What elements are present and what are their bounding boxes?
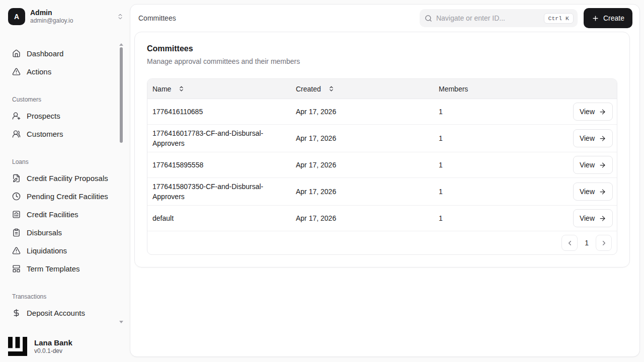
sidebar-item-label: Liquidations bbox=[27, 246, 67, 255]
users-icon bbox=[12, 130, 21, 138]
arrow-right-icon bbox=[599, 135, 606, 142]
page-title: Committees bbox=[147, 44, 617, 53]
user-plus-icon bbox=[12, 112, 21, 120]
committee-created: Apr 17, 2026 bbox=[296, 188, 439, 196]
column-header-name[interactable]: Name bbox=[152, 85, 171, 93]
scroll-down-arrow-icon[interactable] bbox=[119, 321, 123, 323]
column-header-created[interactable]: Created bbox=[296, 85, 321, 93]
section-label-customers: Customers bbox=[0, 96, 130, 104]
sidebar-item-actions[interactable]: Actions bbox=[0, 62, 130, 80]
sidebar-item-label: Dashboard bbox=[27, 49, 63, 58]
column-header-members: Members bbox=[439, 85, 468, 93]
table-row[interactable]: 1776415895558 Apr 17, 2026 1 View bbox=[147, 152, 617, 178]
sidebar-item-prospects[interactable]: Prospects bbox=[0, 107, 130, 125]
committee-members: 1 bbox=[439, 161, 556, 169]
layout-panels-icon bbox=[12, 264, 21, 273]
clipboard-icon bbox=[12, 228, 21, 237]
user-menu[interactable]: A Admin admin@galoy.io bbox=[8, 8, 124, 25]
sidebar-item-credit-facilities[interactable]: Credit Facilities bbox=[0, 205, 130, 223]
sidebar-scrollbar[interactable] bbox=[120, 43, 123, 46]
alert-triangle-icon bbox=[12, 246, 21, 255]
brand: Lana Bank v0.0.1-dev bbox=[8, 337, 72, 356]
sidebar-item-label: Disbursals bbox=[27, 228, 62, 237]
view-button[interactable]: View bbox=[573, 183, 613, 201]
page-description: Manage approval committees and their mem… bbox=[147, 57, 617, 65]
next-page-button[interactable] bbox=[596, 235, 612, 251]
sidebar-item-pending-credit-facilities[interactable]: Pending Credit Facilities bbox=[0, 187, 130, 205]
arrow-right-icon bbox=[599, 108, 606, 116]
sidebar-item-customers[interactable]: Customers bbox=[0, 125, 130, 143]
view-button[interactable]: View bbox=[573, 129, 613, 147]
sidebar-item-liquidations[interactable]: Liquidations bbox=[0, 241, 130, 259]
alert-triangle-icon bbox=[12, 67, 21, 76]
keyboard-shortcut-badge: Ctrl K bbox=[544, 13, 574, 24]
committees-table: Name Created Members 1776416110685 Apr 1… bbox=[147, 78, 617, 255]
committee-created: Apr 17, 2026 bbox=[296, 134, 439, 142]
main-panel: Committees Ctrl K Create Committees Mana… bbox=[130, 4, 640, 357]
chevrons-up-down-icon bbox=[117, 13, 124, 20]
view-button-label: View bbox=[580, 214, 595, 222]
sidebar-item-term-templates[interactable]: Term Templates bbox=[0, 259, 130, 278]
bank-icon bbox=[12, 210, 21, 219]
sidebar-item-label: Credit Facility Proposals bbox=[27, 174, 108, 183]
committee-members: 1 bbox=[439, 214, 556, 222]
arrow-right-icon bbox=[599, 161, 606, 169]
table-row[interactable]: 1776416017783-CF-and-Disbursal-Approvers… bbox=[147, 125, 617, 152]
committee-created: Apr 17, 2026 bbox=[296, 161, 439, 169]
scroll-up-arrow-icon[interactable] bbox=[119, 43, 123, 46]
committee-name: 1776415807350-CF-and-Disbursal-Approvers bbox=[147, 182, 296, 202]
sidebar-item-label: Customers bbox=[27, 130, 63, 138]
file-pen-icon bbox=[12, 174, 21, 183]
table-row[interactable]: default Apr 17, 2026 1 View bbox=[147, 206, 617, 231]
dollar-icon bbox=[12, 309, 21, 317]
view-button[interactable]: View bbox=[573, 103, 613, 121]
committee-name: 1776416017783-CF-and-Disbursal-Approvers bbox=[147, 128, 296, 148]
create-button[interactable]: Create bbox=[584, 8, 632, 28]
view-button[interactable]: View bbox=[573, 209, 613, 227]
create-button-label: Create bbox=[603, 14, 624, 22]
user-email: admin@galoy.io bbox=[30, 17, 112, 25]
view-button-label: View bbox=[580, 161, 595, 169]
previous-page-button[interactable] bbox=[561, 235, 578, 251]
sort-icon[interactable] bbox=[178, 85, 185, 92]
avatar: A bbox=[8, 8, 25, 25]
search-input[interactable] bbox=[436, 14, 540, 22]
committee-members: 1 bbox=[439, 188, 556, 196]
committee-name: default bbox=[147, 213, 296, 223]
current-page-number: 1 bbox=[585, 239, 589, 247]
pagination: 1 bbox=[147, 231, 617, 254]
sidebar-item-deposit-accounts[interactable]: Deposit Accounts bbox=[0, 304, 130, 322]
sidebar-nav: Dashboard Actions Customers Prospects Cu… bbox=[0, 44, 130, 322]
clock-icon bbox=[12, 192, 21, 201]
committee-name: 1776415895558 bbox=[147, 160, 296, 170]
brand-name: Lana Bank bbox=[34, 338, 72, 347]
sidebar-item-label: Term Templates bbox=[27, 264, 80, 273]
topbar: Committees Ctrl K Create bbox=[130, 5, 639, 32]
view-button-label: View bbox=[580, 134, 595, 142]
sidebar-item-credit-facility-proposals[interactable]: Credit Facility Proposals bbox=[0, 169, 130, 187]
home-icon bbox=[12, 49, 21, 58]
view-button-label: View bbox=[580, 188, 595, 196]
view-button-label: View bbox=[580, 108, 595, 116]
view-button[interactable]: View bbox=[573, 156, 613, 174]
sidebar-item-label: Deposit Accounts bbox=[27, 309, 85, 317]
sidebar-item-label: Actions bbox=[27, 67, 51, 76]
lana-bank-logo-icon bbox=[8, 337, 27, 356]
sidebar: A Admin admin@galoy.io Dashboard Actions… bbox=[0, 0, 130, 362]
breadcrumb[interactable]: Committees bbox=[138, 14, 176, 22]
search-icon bbox=[425, 15, 432, 22]
sidebar-item-label: Prospects bbox=[27, 112, 60, 120]
sort-icon[interactable] bbox=[328, 85, 335, 92]
plus-icon bbox=[592, 15, 599, 22]
committees-card: Committees Manage approval committees an… bbox=[134, 32, 630, 267]
chevron-left-icon bbox=[566, 239, 574, 247]
sidebar-item-dashboard[interactable]: Dashboard bbox=[0, 44, 130, 62]
committee-members: 1 bbox=[439, 108, 556, 116]
sidebar-item-disbursals[interactable]: Disbursals bbox=[0, 223, 130, 241]
scrollbar-thumb[interactable] bbox=[120, 47, 123, 143]
table-row[interactable]: 1776416110685 Apr 17, 2026 1 View bbox=[147, 99, 617, 125]
sidebar-item-label: Pending Credit Facilities bbox=[27, 192, 108, 201]
table-row[interactable]: 1776415807350-CF-and-Disbursal-Approvers… bbox=[147, 178, 617, 206]
committee-created: Apr 17, 2026 bbox=[296, 108, 439, 116]
search-box[interactable]: Ctrl K bbox=[420, 9, 578, 27]
